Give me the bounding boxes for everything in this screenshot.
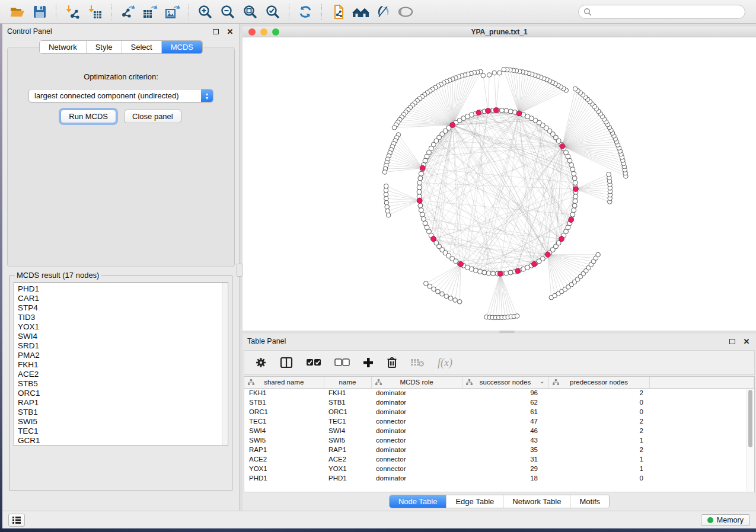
table-row[interactable]: FKH1FKH1dominator962: [244, 388, 754, 398]
mcds-result-item[interactable]: SWI4: [18, 332, 228, 341]
export-table-icon: [142, 4, 158, 20]
table-row[interactable]: TEC1TEC1connector472: [244, 416, 754, 426]
table-tab-edge-table[interactable]: Edge Table: [446, 495, 503, 508]
status-bar: Memory: [2, 511, 756, 528]
table-row[interactable]: ORC1ORC1dominator610: [244, 407, 754, 416]
save-session-button[interactable]: [28, 2, 51, 22]
tab-select[interactable]: Select: [122, 41, 162, 53]
table-cell: TEC1: [324, 416, 371, 426]
export-table-button[interactable]: [139, 2, 161, 22]
table-cell: dominator: [371, 445, 462, 454]
table-scrollbar-thumb[interactable]: [748, 390, 752, 447]
mcds-result-list[interactable]: PHD1CAR1STP4TID3YOX1SWI4SRD1PMA2FKH1ACE2…: [14, 282, 228, 446]
mcds-result-item[interactable]: SWI5: [18, 417, 228, 427]
zoom-in-button[interactable]: [194, 2, 216, 22]
mcds-list-scrollbar[interactable]: [222, 283, 227, 445]
tab-network[interactable]: Network: [40, 41, 87, 53]
float-panel-button[interactable]: [211, 27, 221, 36]
table-row[interactable]: RAP1RAP1dominator352: [244, 445, 754, 454]
tab-style[interactable]: Style: [87, 41, 122, 53]
table-tab-node-table[interactable]: Node Table: [390, 495, 447, 508]
home-button[interactable]: [349, 2, 372, 22]
table-row[interactable]: SWI5SWI5connector431: [244, 435, 754, 445]
export-image-button[interactable]: [161, 2, 184, 22]
zoom-fit-button[interactable]: [239, 2, 261, 22]
search-box[interactable]: [578, 5, 745, 19]
column-layout-button[interactable]: [280, 357, 293, 368]
tab-mcds[interactable]: MCDS: [162, 41, 202, 53]
mcds-result-item[interactable]: TEC1: [18, 427, 228, 436]
horizontal-splitter[interactable]: [243, 331, 756, 334]
vizmapper-eye-button[interactable]: [372, 2, 394, 22]
mcds-result-item[interactable]: STB1: [18, 408, 228, 417]
mcds-result-item[interactable]: ACE2: [18, 370, 228, 379]
table-cell: 0: [548, 473, 649, 483]
apply-layout-button[interactable]: [294, 2, 317, 22]
unselect-all-button[interactable]: [334, 358, 350, 367]
optimization-select[interactable]: largest connected component (undirected)…: [28, 89, 213, 102]
function-builder-button[interactable]: f(x): [438, 357, 452, 369]
mcds-result-item[interactable]: SRD1: [18, 341, 228, 351]
network-document-button[interactable]: [327, 2, 349, 22]
column-header-predecessor-nodes[interactable]: predecessor nodes: [548, 377, 649, 388]
close-table-panel-button[interactable]: ✕: [742, 336, 751, 346]
network-graph[interactable]: [243, 37, 756, 331]
mcds-result-item[interactable]: TID3: [18, 313, 228, 322]
close-mcds-panel-button[interactable]: Close panel: [124, 110, 181, 123]
table-tab-network-table[interactable]: Network Table: [503, 495, 570, 508]
table-scrollbar[interactable]: [747, 389, 754, 491]
table-cell: dominator: [371, 407, 462, 416]
select-all-checkboxes-icon: [306, 358, 321, 367]
settings-gear-button[interactable]: [255, 357, 267, 368]
search-input[interactable]: [592, 8, 740, 16]
delete-table-button[interactable]: [410, 358, 425, 367]
zoom-in-icon: [197, 4, 213, 20]
mcds-result-item[interactable]: GCR1: [18, 436, 228, 446]
column-header-successor-nodes[interactable]: successor nodes⌄: [462, 377, 548, 388]
splitter-grip[interactable]: [237, 264, 243, 277]
zoom-selected-button[interactable]: [261, 2, 284, 22]
import-network-button[interactable]: [61, 2, 84, 22]
table-row[interactable]: STB1STB1dominator620: [244, 398, 754, 407]
gear-icon: [255, 357, 267, 368]
run-mcds-button[interactable]: Run MCDS: [60, 110, 116, 123]
close-panel-button[interactable]: ✕: [225, 27, 235, 36]
delete-column-button[interactable]: [387, 357, 397, 368]
table-row[interactable]: PHD1PHD1dominator180: [244, 473, 754, 483]
table-row[interactable]: YOX1YOX1connector291: [244, 464, 754, 473]
network-window-title: YPA_prune.txt_1: [243, 28, 756, 36]
network-canvas[interactable]: [243, 37, 756, 331]
table-row[interactable]: ACE2ACE2connector311: [244, 454, 754, 464]
table-row[interactable]: SWI4SWI4dominator462: [244, 426, 754, 435]
mcds-result-item[interactable]: FKH1: [18, 360, 228, 370]
column-header-name[interactable]: name: [324, 377, 371, 388]
control-panel-title: Control Panel: [7, 27, 52, 36]
zoom-out-button[interactable]: [216, 2, 239, 22]
select-all-button[interactable]: [306, 358, 321, 367]
column-header-MCDS-role[interactable]: MCDS role: [371, 377, 462, 388]
mcds-result-item[interactable]: STB5: [18, 379, 228, 389]
mcds-result-item[interactable]: CAR1: [18, 294, 228, 303]
float-icon: [729, 339, 735, 344]
splitter-grip[interactable]: [499, 331, 515, 333]
table-cell: TEC1: [244, 416, 324, 426]
mcds-result-item[interactable]: PMA2: [18, 351, 228, 360]
mcds-result-item[interactable]: ORC1: [18, 389, 228, 398]
show-hide-button[interactable]: [394, 2, 417, 22]
float-table-panel-button[interactable]: [728, 336, 737, 346]
column-header-filler: [649, 377, 754, 388]
column-header-shared-name[interactable]: shared name: [244, 377, 324, 388]
task-history-button[interactable]: [8, 514, 25, 527]
export-network-button[interactable]: [116, 2, 139, 22]
mcds-result-item[interactable]: RAP1: [18, 398, 228, 408]
add-column-button[interactable]: [363, 357, 374, 368]
table-cell: [649, 445, 754, 454]
table-cell: YOX1: [244, 464, 324, 473]
mcds-result-item[interactable]: YOX1: [18, 322, 228, 332]
import-table-button[interactable]: [84, 2, 106, 22]
mcds-result-item[interactable]: PHD1: [18, 284, 228, 294]
table-tab-motifs[interactable]: Motifs: [570, 495, 609, 508]
memory-button[interactable]: Memory: [701, 514, 750, 526]
mcds-result-item[interactable]: STP4: [18, 303, 228, 313]
open-file-button[interactable]: [6, 2, 28, 22]
